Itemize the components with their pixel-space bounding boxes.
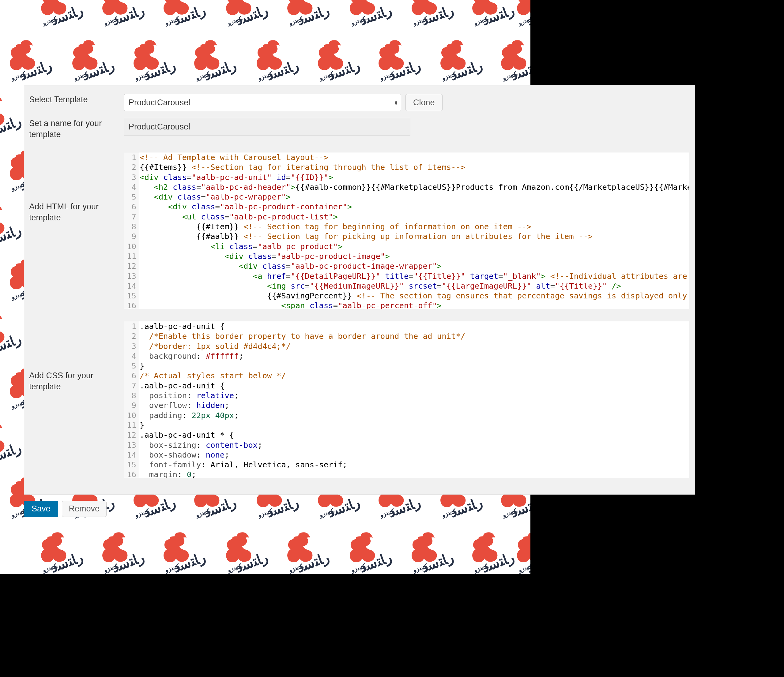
watermark-logo-icon: ﺭﺎﺘﺳﺩ ﮏﯾﺩﺯﻭ [0,422,23,464]
watermark-logo-icon: ﺭﺎﺘﺳﺩ ﮏﯾﺩﺯﻭ [275,0,331,27]
save-button[interactable]: Save [24,501,58,517]
template-editor-panel: Select Template ProductCarousel ▲▼ Clone… [24,85,695,495]
watermark-logo-icon: ﺭﺎﺘﺳﺩ ﮏﯾﺩﺯﻭ [0,39,53,82]
watermark-logo-icon: ﺭﺎﺘﺳﺩ ﮏﯾﺩﺯﻭ [0,313,23,356]
watermark-logo-icon: ﺭﺎﺘﺳﺩ ﮏﯾﺩﺯﻭ [367,39,422,82]
watermark-logo-icon: ﺭﺎﺘﺳﺩ ﮏﯾﺩﺯﻭ [91,0,146,27]
watermark-logo-icon: ﺭﺎﺘﺳﺩ ﮏﯾﺩﺯﻭ [30,0,84,27]
watermark-logo-icon: ﺭﺎﺘﺳﺩ ﮏﯾﺩﺯﻭ [429,39,484,82]
watermark-logo-icon: ﺭﺎﺘﺳﺩ ﮏﯾﺩﺯﻭ [30,531,84,574]
template-name-input[interactable] [124,118,411,135]
watermark-logo-icon: ﺭﺎﺘﺳﺩ ﮏﯾﺩﺯﻭ [505,0,530,27]
html-code-editor[interactable]: 12345678910111213141516 <!-- Ad Template… [124,152,689,309]
watermark-logo-icon: ﺭﺎﺘﺳﺩ ﮏﯾﺩﺯﻭ [152,0,207,27]
watermark-logo-icon: ﺭﺎﺘﺳﺩ ﮏﯾﺩﺯﻭ [152,531,207,574]
watermark-logo-icon: ﺭﺎﺘﺳﺩ ﮏﯾﺩﺯﻭ [215,531,269,574]
set-name-label: Set a name for your template [29,118,124,140]
watermark-logo-icon: ﺭﺎﺘﺳﺩ ﮏﯾﺩﺯﻭ [489,39,530,82]
watermark-logo-icon: ﺭﺎﺘﺳﺩ ﮏﯾﺩﺯﻭ [215,0,269,27]
watermark-logo-icon: ﺭﺎﺘﺳﺩ ﮏﯾﺩﺯﻭ [400,531,455,574]
clone-button[interactable]: Clone [406,94,443,111]
select-template-label: Select Template [29,94,124,105]
add-html-label: Add HTML for your template [29,152,124,224]
watermark-logo-icon: ﺭﺎﺘﺳﺩ ﮏﯾﺩﺯﻭ [0,95,23,138]
watermark-logo-icon: ﺭﺎﺘﺳﺩ ﮏﯾﺩﺯﻭ [122,39,177,82]
watermark-logo-icon: ﺭﺎﺘﺳﺩ ﮏﯾﺩﺯﻭ [338,531,393,574]
watermark-logo-icon: ﺭﺎﺘﺳﺩ ﮏﯾﺩﺯﻭ [182,39,238,82]
watermark-logo-icon: ﺭﺎﺘﺳﺩ ﮏﯾﺩﺯﻭ [91,531,146,574]
watermark-logo-icon: ﺭﺎﺘﺳﺩ ﮏﯾﺩﺯﻭ [275,531,331,574]
watermark-logo-icon: ﺭﺎﺘﺳﺩ ﮏﯾﺩﺯﻭ [400,0,455,27]
css-code-editor[interactable]: 12345678910111213141516 .aalb-pc-ad-unit… [124,321,689,478]
add-css-label: Add CSS for your template [29,321,124,392]
watermark-logo-icon: ﺭﺎﺘﺳﺩ ﮏﯾﺩﺯﻭ [61,39,116,82]
watermark-logo-icon: ﺭﺎﺘﺳﺩ ﮏﯾﺩﺯﻭ [306,39,361,82]
remove-button[interactable]: Remove [62,501,107,517]
watermark-logo-icon: ﺭﺎﺘﺳﺩ ﮏﯾﺩﺯﻭ [505,531,530,574]
template-select[interactable]: ProductCarousel [124,94,401,111]
watermark-logo-icon: ﺭﺎﺘﺳﺩ ﮏﯾﺩﺯﻭ [0,204,23,247]
action-bar: Save Remove [24,501,107,517]
watermark-logo-icon: ﺭﺎﺘﺳﺩ ﮏﯾﺩﺯﻭ [338,0,393,27]
watermark-logo-icon: ﺭﺎﺘﺳﺩ ﮏﯾﺩﺯﻭ [245,39,300,82]
